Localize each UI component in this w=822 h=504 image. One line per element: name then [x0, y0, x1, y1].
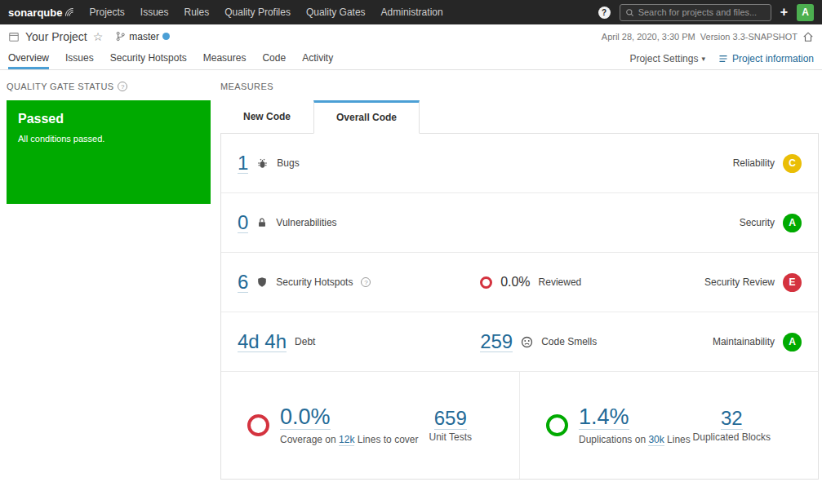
quality-gate-description: All conditions passed. — [18, 134, 199, 144]
tab-security-hotspots[interactable]: Security Hotspots — [110, 48, 187, 69]
project-information-label: Project information — [732, 53, 814, 64]
favorite-star-icon[interactable]: ☆ — [93, 31, 104, 42]
vulnerabilities-metric: 0 Vulnerabilities — [238, 212, 480, 233]
hotspots-label: Security Hotspots — [276, 276, 353, 288]
project-settings-label: Project Settings — [629, 53, 698, 64]
duplications-percent-link[interactable]: 1.4% — [579, 405, 629, 429]
maintainability-rating-label: Maintainability — [713, 336, 775, 347]
duplicated-blocks-count-link[interactable]: 32 — [721, 407, 743, 430]
global-nav-links: Projects Issues Rules Quality Profiles Q… — [89, 7, 442, 18]
reviewed-label: Reviewed — [539, 276, 582, 288]
nav-administration[interactable]: Administration — [381, 7, 443, 18]
hotspots-count-link[interactable]: 6 — [238, 272, 248, 293]
duplications-ring-icon — [546, 414, 568, 436]
unit-tests-count-link[interactable]: 659 — [434, 407, 467, 430]
project-information-icon — [718, 54, 728, 64]
measures-tabs: New Code Overall Code — [220, 100, 819, 133]
analysis-date: April 28, 2020, 3:30 PM — [602, 32, 695, 42]
measures-panel: 1 Bugs Reliability C 0 — [220, 133, 819, 480]
lock-icon — [256, 217, 268, 228]
tab-activity[interactable]: Activity — [302, 48, 333, 69]
sonarqube-logo[interactable]: sonarqube — [8, 7, 74, 19]
project-title: Your Project — [25, 30, 87, 43]
project-settings-dropdown[interactable]: Project Settings ▾ — [629, 53, 705, 64]
nav-issues[interactable]: Issues — [140, 7, 169, 18]
code-smells-metric: 259 Code Smells — [480, 331, 713, 352]
code-smell-icon — [521, 336, 533, 348]
reliability-rating-badge[interactable]: C — [783, 154, 802, 173]
project-nav-right: Project Settings ▾ Project information — [629, 48, 814, 69]
security-rating-label: Security — [740, 217, 775, 228]
measures-column: MEASURES New Code Overall Code 1 Bugs Re… — [220, 81, 819, 480]
sonarqube-logo-text: sonarqube — [8, 7, 62, 19]
help-icon[interactable]: ? — [598, 7, 611, 19]
debt-metric: 4d 4h Debt — [238, 331, 480, 352]
reviewed-ring-icon — [480, 276, 492, 289]
project-icon — [8, 31, 20, 42]
coverage-text: 0.0% Coverage on 12k Lines to cover — [280, 405, 418, 444]
project-meta: April 28, 2020, 3:30 PM Version 3.3-SNAP… — [602, 31, 814, 42]
tab-overall-code[interactable]: Overall Code — [313, 100, 420, 134]
lines-to-cover-link[interactable]: 12k — [339, 434, 354, 446]
chevron-down-icon: ▾ — [701, 55, 705, 63]
search-icon — [625, 8, 634, 17]
measure-row-security-hotspots: 6 Security Hotspots ? 0.0% Reviewed Secu… — [221, 253, 818, 312]
global-search[interactable] — [620, 4, 771, 21]
tab-new-code[interactable]: New Code — [220, 100, 313, 133]
branch-name: master — [129, 31, 159, 42]
quality-gate-column: QUALITY GATE STATUS ? Passed All conditi… — [7, 81, 211, 480]
user-avatar[interactable]: A — [797, 4, 814, 21]
code-smells-count-link[interactable]: 259 — [480, 331, 513, 352]
duplicated-lines-link[interactable]: 30k — [648, 434, 664, 446]
project-header: Your Project ☆ master April 28, 2020, 3:… — [0, 24, 822, 48]
vulnerabilities-count-link[interactable]: 0 — [238, 212, 248, 233]
unit-tests-label: Unit Tests — [429, 431, 472, 443]
unit-tests-metric: 659 Unit Tests — [429, 408, 472, 443]
coverage-ring-icon — [247, 414, 269, 436]
coverage-percent-link[interactable]: 0.0% — [280, 405, 331, 429]
quality-gate-help-icon[interactable]: ? — [118, 82, 127, 91]
debt-value-link[interactable]: 4d 4h — [238, 331, 287, 352]
bugs-count-link[interactable]: 1 — [238, 153, 248, 174]
vulnerabilities-label: Vulnerabilities — [276, 217, 336, 228]
nav-rules[interactable]: Rules — [184, 7, 210, 18]
project-nav: Overview Issues Security Hotspots Measur… — [0, 48, 822, 70]
measure-row-maintainability: 4d 4h Debt 259 Code Smells Maintainabili… — [221, 312, 818, 372]
nav-quality-profiles[interactable]: Quality Profiles — [224, 7, 291, 18]
global-navbar: sonarqube Projects Issues Rules Quality … — [0, 0, 822, 24]
search-input[interactable] — [638, 7, 766, 17]
sonar-wave-icon — [64, 7, 74, 17]
homepage-icon[interactable] — [802, 31, 814, 42]
branch-info-dot-icon[interactable] — [162, 33, 170, 40]
tab-code[interactable]: Code — [262, 48, 286, 69]
add-project-button[interactable]: + — [780, 6, 788, 19]
duplications-label: Duplications on 30k Lines — [579, 434, 691, 445]
branch-icon — [115, 31, 126, 42]
duplications-cell: 1.4% Duplications on 30k Lines 32 Duplic… — [519, 372, 818, 479]
hotspots-help-icon[interactable]: ? — [361, 277, 371, 287]
measure-row-coverage-duplications: 0.0% Coverage on 12k Lines to cover 659 … — [221, 372, 818, 479]
nav-projects[interactable]: Projects — [89, 7, 124, 18]
security-rating-badge[interactable]: A — [783, 214, 802, 232]
nav-quality-gates[interactable]: Quality Gates — [306, 7, 366, 18]
quality-gate-status-card: Passed All conditions passed. — [7, 100, 211, 204]
tab-issues[interactable]: Issues — [65, 48, 94, 69]
branch-selector[interactable]: master — [115, 31, 170, 42]
quality-gate-heading: QUALITY GATE STATUS ? — [7, 81, 211, 92]
code-smells-label: Code Smells — [541, 336, 597, 347]
security-review-rating-label: Security Review — [704, 276, 775, 288]
measures-heading-label: MEASURES — [220, 82, 273, 91]
duplications-label-suffix: Lines — [667, 434, 691, 445]
security-review-rating-badge[interactable]: E — [783, 273, 802, 292]
bug-icon — [256, 157, 269, 170]
coverage-label-suffix: Lines to cover — [358, 434, 419, 445]
hotspots-reviewed-metric: 0.0% Reviewed — [480, 275, 704, 290]
tab-measures[interactable]: Measures — [203, 48, 247, 69]
tab-overview[interactable]: Overview — [8, 48, 49, 69]
hotspots-metric: 6 Security Hotspots ? — [238, 272, 480, 293]
project-information-link[interactable]: Project information — [718, 53, 814, 64]
duplicated-blocks-metric: 32 Duplicated Blocks — [693, 408, 771, 443]
security-rating: Security A — [740, 214, 802, 232]
coverage-metric: 0.0% Coverage on 12k Lines to cover — [247, 405, 418, 444]
maintainability-rating-badge[interactable]: A — [783, 333, 802, 351]
